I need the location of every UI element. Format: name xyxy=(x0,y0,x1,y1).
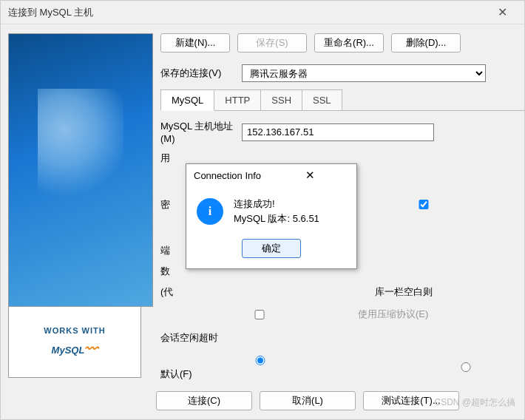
custom-radio[interactable] xyxy=(366,360,525,374)
tab-mysql[interactable]: MySQL xyxy=(160,89,214,111)
modal-close-icon[interactable]: ✕ xyxy=(271,169,349,182)
delete-button[interactable]: 删除(D)... xyxy=(391,33,461,52)
logo-area: WORKS WITH MySQL〰 xyxy=(8,307,141,378)
custom-radio-input[interactable] xyxy=(370,362,525,372)
compress-label: 使用压缩协议(E) xyxy=(358,308,428,321)
default-radio-input[interactable] xyxy=(164,356,356,365)
works-with-text: WORKS WITH xyxy=(44,326,105,335)
modal-line2: MySQL 版本: 5.6.51 xyxy=(234,211,319,226)
mysql-logo: MySQL〰 xyxy=(52,335,98,359)
titlebar: 连接到 MySQL 主机 ✕ xyxy=(1,1,524,24)
connection-info-modal: Connection Info ✕ i 连接成功! MySQL 版本: 5.6.… xyxy=(186,163,357,269)
compress-row: 使用压缩协议(E) ? xyxy=(160,306,525,322)
compress-checkbox[interactable] xyxy=(163,310,356,319)
test-button[interactable]: 测试连接(T)... xyxy=(363,391,459,410)
modal-title: Connection Info xyxy=(194,170,271,181)
host-label: MySQL 主机地址(M) xyxy=(160,120,242,144)
idle-label: 会话空闲超时 xyxy=(160,331,242,345)
puzzle-image xyxy=(8,33,153,307)
bottom-buttons: 连接(C) 取消(L) 测试连接(T)... xyxy=(156,391,512,410)
dolphin-icon: 〰 xyxy=(84,342,98,356)
modal-titlebar: Connection Info ✕ xyxy=(186,164,356,186)
info-icon: i xyxy=(197,198,223,225)
connect-button[interactable]: 连接(C) xyxy=(156,391,252,410)
new-button[interactable]: 新建(N)... xyxy=(160,33,230,52)
connection-dialog: 连接到 MySQL 主机 ✕ WORKS WITH MySQL〰 新建(N)..… xyxy=(0,0,525,420)
idle-radio-row: 默认(F) (秒) xyxy=(160,353,525,381)
idle-row: 会话空闲超时 ? xyxy=(160,330,525,346)
close-icon[interactable]: ✕ xyxy=(487,5,517,19)
save-button[interactable]: 保存(S) xyxy=(237,33,307,52)
saved-connection-label: 保存的连接(V) xyxy=(160,67,242,80)
saved-connection-row: 保存的连接(V) 腾讯云服务器 xyxy=(160,64,525,82)
toolbar-row: 新建(N)... 保存(S) 重命名(R)... 删除(D)... xyxy=(160,33,525,52)
default-radio[interactable]: 默认(F) xyxy=(160,353,359,381)
host-input[interactable] xyxy=(242,123,434,141)
modal-body: i 连接成功! MySQL 版本: 5.6.51 xyxy=(186,186,356,233)
hint-1: (代 xyxy=(160,285,242,299)
tab-bar: MySQL HTTP SSH SSL xyxy=(160,89,525,111)
host-row: MySQL 主机地址(M) xyxy=(160,120,525,144)
modal-footer: 确定 xyxy=(186,233,356,268)
modal-message: 连接成功! MySQL 版本: 5.6.51 xyxy=(234,197,319,226)
hint-3: 库一栏空白则 xyxy=(375,285,433,299)
tab-ssl[interactable]: SSL xyxy=(302,89,342,110)
tab-http[interactable]: HTTP xyxy=(214,89,261,110)
modal-line1: 连接成功! xyxy=(234,197,319,211)
rename-button[interactable]: 重命名(R)... xyxy=(314,33,384,52)
left-panel: WORKS WITH MySQL〰 xyxy=(1,24,149,419)
saved-connection-select[interactable]: 腾讯云服务器 xyxy=(242,64,486,82)
cancel-button[interactable]: 取消(L) xyxy=(260,391,356,410)
tab-ssh[interactable]: SSH xyxy=(260,89,302,110)
window-title: 连接到 MySQL 主机 xyxy=(8,6,487,19)
ok-button[interactable]: 确定 xyxy=(242,239,301,258)
hint-row: (代 库一栏空白则 xyxy=(160,285,525,299)
